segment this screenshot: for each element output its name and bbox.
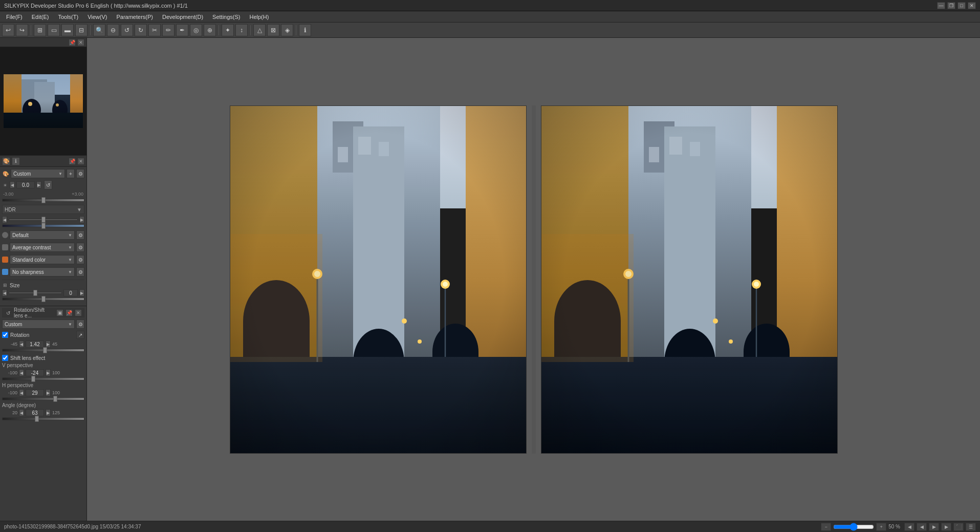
angle-value[interactable]: 63 bbox=[26, 409, 44, 416]
toolbar-btn-hand[interactable]: ↕ bbox=[235, 24, 248, 36]
exposure-right-arrow[interactable]: ▶ bbox=[36, 181, 41, 188]
status-btn-3[interactable]: ▶ bbox=[929, 523, 939, 531]
toolbar-btn-develop[interactable]: △ bbox=[253, 24, 266, 36]
menu-settings[interactable]: Settings(S) bbox=[208, 12, 244, 22]
rotation-checkbox[interactable] bbox=[2, 332, 8, 338]
size-left-arrow[interactable]: ◀ bbox=[2, 289, 7, 296]
rotation-custom-dropdown[interactable]: Custom ▼ bbox=[2, 320, 75, 329]
exposure-value[interactable]: 0.0 bbox=[16, 181, 35, 188]
status-btn-4[interactable]: ▶ bbox=[941, 523, 951, 531]
menu-development[interactable]: Development(D) bbox=[158, 12, 207, 22]
hdr-right-arrow[interactable]: ▶ bbox=[79, 216, 84, 223]
toolbar-btn-single[interactable]: ▭ bbox=[48, 24, 60, 36]
taste-dropdown[interactable]: Custom ▼ bbox=[11, 169, 65, 178]
rotation-angle-icon[interactable]: ↗ bbox=[76, 331, 84, 339]
color-settings-btn[interactable]: ⚙ bbox=[76, 255, 84, 264]
menu-view[interactable]: View(V) bbox=[83, 12, 111, 22]
exposure-slider-bar[interactable] bbox=[2, 199, 84, 202]
rotation-right-arrow[interactable]: ▶ bbox=[46, 341, 51, 348]
maximize-button[interactable]: □ bbox=[957, 2, 966, 9]
h-persp-right-arrow[interactable]: ▶ bbox=[46, 389, 51, 396]
status-btn-2[interactable]: ◀ bbox=[917, 523, 927, 531]
thumbnail-pin-icon[interactable]: 📌 bbox=[69, 39, 76, 46]
hdr-thumb[interactable] bbox=[41, 217, 46, 223]
exposure-slider-thumb[interactable] bbox=[41, 197, 46, 203]
restore-button[interactable]: ❐ bbox=[947, 2, 955, 9]
zoom-out-btn[interactable]: − bbox=[821, 523, 831, 531]
h-persp-bar[interactable] bbox=[2, 397, 84, 400]
exposure-reset-btn[interactable]: ↺ bbox=[44, 180, 52, 189]
toolbar-btn-eyedrop[interactable]: ◎ bbox=[190, 24, 202, 36]
toolbar-btn-info[interactable]: ℹ bbox=[299, 24, 311, 36]
panel-tab-info[interactable]: ℹ bbox=[12, 157, 20, 165]
hdr-header[interactable]: HDR ▼ bbox=[2, 205, 84, 214]
v-persp-left-arrow[interactable]: ◀ bbox=[19, 369, 24, 376]
status-btn-1[interactable]: ◀ bbox=[904, 523, 914, 531]
hdr-gradient-thumb[interactable] bbox=[41, 223, 46, 229]
toolbar-btn-fit[interactable]: ⊟ bbox=[75, 24, 88, 36]
menu-tools[interactable]: Tools(T) bbox=[54, 12, 82, 22]
v-persp-bar[interactable] bbox=[2, 377, 84, 380]
rotation-settings-btn[interactable]: ⚙ bbox=[76, 320, 84, 329]
toolbar-btn-split[interactable]: ▬ bbox=[61, 24, 74, 36]
shift-lens-checkbox[interactable] bbox=[2, 355, 8, 361]
thumbnail-close-icon[interactable]: ✕ bbox=[77, 39, 84, 46]
hdr-slider[interactable] bbox=[9, 216, 78, 223]
status-btn-6[interactable]: ☰ bbox=[966, 523, 976, 531]
size-gradient-thumb[interactable] bbox=[41, 296, 46, 302]
v-persp-right-arrow[interactable]: ▶ bbox=[46, 369, 51, 376]
toolbar-btn-pen[interactable]: ✏ bbox=[162, 24, 175, 36]
angle-right-arrow[interactable]: ▶ bbox=[46, 409, 51, 416]
h-persp-thumb[interactable] bbox=[53, 396, 57, 402]
close-button[interactable]: ✕ bbox=[968, 2, 976, 9]
rotation-slider-bar[interactable] bbox=[2, 349, 84, 352]
toolbar-btn-batch[interactable]: ⊠ bbox=[267, 24, 279, 36]
panel-tab-controls[interactable]: 🎨 bbox=[2, 157, 10, 165]
status-btn-5[interactable]: ⬛ bbox=[953, 523, 964, 531]
panel-close-icon[interactable]: ✕ bbox=[77, 158, 84, 165]
angle-thumb[interactable] bbox=[35, 416, 39, 422]
rotation-value[interactable]: 1.42 bbox=[26, 341, 44, 348]
tone-settings-btn[interactable]: ⚙ bbox=[76, 230, 84, 240]
zoom-slider[interactable] bbox=[833, 524, 874, 530]
zoom-in-btn[interactable]: + bbox=[876, 523, 886, 531]
toolbar-btn-move[interactable]: ✦ bbox=[222, 24, 234, 36]
taste-settings-btn[interactable]: ⚙ bbox=[76, 169, 84, 178]
v-persp-thumb[interactable] bbox=[31, 376, 35, 382]
taste-add-btn[interactable]: + bbox=[67, 169, 75, 178]
h-persp-left-arrow[interactable]: ◀ bbox=[19, 389, 24, 396]
rotation-pin-btn[interactable]: 📌 bbox=[66, 309, 73, 316]
hdr-gradient[interactable] bbox=[2, 224, 84, 227]
v-persp-value[interactable]: -24 bbox=[26, 369, 44, 376]
size-slider[interactable] bbox=[9, 289, 62, 296]
size-value[interactable]: 0 bbox=[63, 289, 78, 296]
tone-dropdown[interactable]: Default ▼ bbox=[10, 230, 75, 240]
toolbar-btn-zoom-out[interactable]: ⊖ bbox=[107, 24, 119, 36]
exposure-left-arrow[interactable]: ◀ bbox=[10, 181, 15, 188]
menu-edit[interactable]: Edit(E) bbox=[28, 12, 53, 22]
toolbar-btn-redo[interactable]: ↪ bbox=[16, 24, 28, 36]
toolbar-btn-zoom-in[interactable]: 🔍 bbox=[93, 24, 105, 36]
hdr-left-arrow[interactable]: ◀ bbox=[2, 216, 7, 223]
rotation-slider-thumb[interactable] bbox=[43, 347, 47, 353]
rotation-close-btn[interactable]: ✕ bbox=[75, 309, 82, 316]
size-right-arrow[interactable]: ▶ bbox=[79, 289, 84, 296]
contrast-dropdown[interactable]: Average contrast ▼ bbox=[10, 243, 75, 252]
menu-file[interactable]: File(F) bbox=[2, 12, 27, 22]
menu-help[interactable]: Help(H) bbox=[246, 12, 273, 22]
toolbar-btn-export[interactable]: ◈ bbox=[281, 24, 293, 36]
sharpness-settings-btn[interactable]: ⚙ bbox=[76, 267, 84, 276]
minimize-button[interactable]: — bbox=[937, 2, 945, 9]
rotation-toggle-btn[interactable]: ▣ bbox=[56, 309, 63, 316]
panel-pin-icon[interactable]: 📌 bbox=[69, 158, 76, 165]
toolbar-btn-rotate-cw[interactable]: ↻ bbox=[135, 24, 147, 36]
toolbar-btn-brush[interactable]: ✒ bbox=[176, 24, 188, 36]
toolbar-btn-rotate-ccw[interactable]: ↺ bbox=[121, 24, 133, 36]
toolbar-btn-grid[interactable]: ⊞ bbox=[34, 24, 46, 36]
toolbar-btn-select[interactable]: ⊕ bbox=[204, 24, 216, 36]
angle-left-arrow[interactable]: ◀ bbox=[19, 409, 24, 416]
toolbar-btn-crop[interactable]: ✂ bbox=[148, 24, 161, 36]
rotation-left-arrow[interactable]: ◀ bbox=[19, 341, 24, 348]
h-persp-value[interactable]: 29 bbox=[26, 389, 44, 396]
contrast-settings-btn[interactable]: ⚙ bbox=[76, 243, 84, 252]
